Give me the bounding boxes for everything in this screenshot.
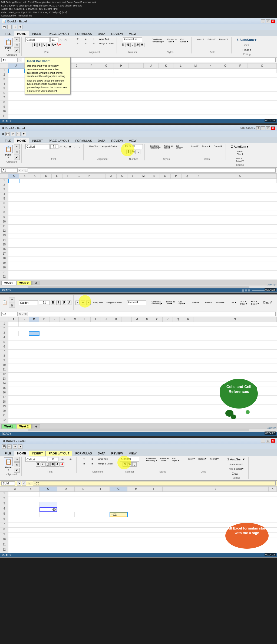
col-O-3[interactable]: O [152, 317, 163, 322]
view-tab-1[interactable]: VIEW [126, 31, 140, 36]
percent-btn-2[interactable]: % [131, 150, 136, 154]
format-painter-btn-2[interactable]: 🖌 [14, 155, 20, 160]
sort-btn-3[interactable]: Sort &Filter▼ [239, 299, 249, 306]
paste-btn-2[interactable]: 📋 Paste▼ [4, 144, 13, 160]
cell-F1-1[interactable] [84, 69, 99, 73]
find-btn-4[interactable]: Find & Select▼ [226, 467, 247, 471]
cond-format-btn-3[interactable]: ConditionalFormatting▼ [150, 300, 164, 305]
col-M-2[interactable]: M [138, 174, 149, 178]
file-tab-1[interactable]: FILE [2, 31, 14, 36]
col-O-2[interactable]: O [160, 174, 171, 178]
delete-btn-3[interactable]: Delete▼ [202, 301, 213, 305]
fill-color-btn-3[interactable]: A [67, 301, 71, 305]
percent-btn-4[interactable]: % [127, 462, 132, 467]
view-tab-2[interactable]: VIEW [126, 138, 140, 143]
format-table-btn-4[interactable]: Format asTable▼ [159, 457, 170, 462]
autosum-btn-4[interactable]: Σ AutoSum▼ [226, 457, 247, 462]
scrollbar-h-2[interactable] [0, 285, 277, 288]
autosum-btn-2[interactable]: Σ AutoSum▼ [230, 144, 250, 149]
format-dropdown-1[interactable]: General ▼ [123, 37, 142, 42]
scroll-thumb-3[interactable] [28, 429, 249, 431]
cell-G1-1[interactable] [99, 69, 114, 73]
col-A-3[interactable]: A [8, 317, 19, 322]
align-bot-btn-1[interactable]: ⊥ [90, 37, 98, 41]
cancel-formula-btn-4[interactable]: ✕ [17, 481, 21, 485]
name-box-2[interactable] [1, 168, 18, 173]
sheet-tab-add-3[interactable]: ⊕ [32, 424, 40, 429]
col-P-3[interactable]: P [163, 317, 173, 322]
cond-format-btn-1[interactable]: ConditionalFormatting▼ [150, 37, 165, 44]
col-S-3[interactable]: S [193, 317, 277, 322]
undo-qa-btn-2[interactable]: ↩ [11, 132, 15, 136]
merge-btn-3[interactable]: Merge & Center [105, 301, 123, 305]
insert-btn-3[interactable]: Insert▼ [191, 301, 201, 305]
insert-tab-1[interactable]: INSERT [29, 31, 46, 36]
data-tab-4[interactable]: DATA [95, 451, 108, 456]
col-N-3[interactable]: N [142, 317, 152, 322]
format-cells-btn-2[interactable]: Format▼ [212, 144, 224, 148]
currency-btn-1[interactable]: $ [121, 43, 125, 47]
bold-btn-1[interactable]: B [32, 43, 37, 47]
cut-btn-2[interactable]: ✂ [14, 144, 20, 149]
font-size-input-1[interactable] [50, 37, 58, 42]
shrink-font-btn-2[interactable]: A↓ [64, 145, 68, 149]
format-painter-btn-1[interactable]: 🖌 [14, 48, 20, 53]
col-K-1[interactable]: K [159, 63, 173, 68]
scroll-thumb-2[interactable] [28, 286, 249, 288]
more-qa-btn[interactable]: ▼ [18, 25, 22, 29]
sheet-tab-week1-2[interactable]: Week1 [1, 281, 16, 285]
col-Q-3[interactable]: Q [173, 317, 183, 322]
cell-C3-3[interactable] [29, 331, 39, 336]
find-btn-3[interactable]: Find &Select▼ [250, 299, 260, 306]
align-mid-btn-4[interactable]: ≡ [88, 457, 96, 461]
italic-btn-1[interactable]: I [37, 43, 42, 47]
percent-btn-1[interactable]: % [126, 43, 130, 47]
pagelayout-tab-2[interactable]: PAGE LAYOUT [46, 138, 72, 143]
close-btn-4[interactable]: ✕ [271, 439, 275, 443]
col-A-4[interactable]: A [8, 487, 22, 491]
cell-A3-3[interactable] [8, 331, 19, 336]
col-H-2[interactable]: H [84, 174, 95, 178]
minimize-btn-2[interactable]: ? [256, 126, 260, 130]
save-qa-btn-2[interactable]: 💾 [5, 132, 10, 136]
merge-center-btn-2[interactable]: Merge & Center [100, 144, 118, 148]
insert-tab-4[interactable]: INSERT [29, 451, 46, 456]
redo-qa-btn-2[interactable]: ↪ [16, 132, 21, 136]
find-select-btn-2[interactable]: Find &Select▼ [230, 157, 250, 163]
copy-btn-2[interactable]: ⎘ [14, 150, 20, 154]
autosum-btn-1[interactable]: Σ AutoSum▼ [235, 37, 259, 43]
undo-qa-btn[interactable]: ↩ [7, 25, 12, 29]
review-tab-2[interactable]: REVIEW [108, 138, 126, 143]
format-table-btn-2[interactable]: Format asTable▼ [163, 144, 174, 150]
col-M-1[interactable]: M [188, 63, 203, 68]
col-B-2[interactable]: B [19, 174, 30, 178]
copy-btn-4[interactable]: ⎘ [14, 462, 20, 467]
underline-btn-4[interactable]: U [45, 462, 50, 467]
col-J-4[interactable]: J [163, 487, 269, 491]
maximize-btn-4[interactable]: □ [266, 439, 270, 443]
delete-cells-btn-2[interactable]: Delete▼ [201, 144, 212, 148]
save-qa-btn-4[interactable]: 💾 [2, 444, 6, 449]
scrollbar-h-3[interactable] [0, 429, 277, 432]
restore-btn-2[interactable]: □ [266, 126, 270, 130]
col-K-2[interactable]: K [117, 174, 127, 178]
col-A-2[interactable]: A [8, 174, 19, 178]
name-box-3[interactable] [1, 312, 18, 316]
col-J-3[interactable]: J [101, 317, 111, 322]
formula-input-4[interactable] [33, 481, 276, 485]
merge-center-btn-4[interactable]: Merge & Center [97, 462, 114, 466]
clear-btn-3[interactable]: Clear # [262, 300, 273, 305]
col-P-1[interactable]: P [233, 63, 248, 68]
align-ctr-3[interactable]: ≡ [81, 301, 85, 305]
col-F-1[interactable]: F [84, 63, 99, 68]
align-top-btn-1[interactable]: ⊤ [74, 37, 81, 41]
bold-btn-4[interactable]: B [36, 462, 40, 467]
merge-center-btn-1[interactable]: Merge & Center [98, 42, 115, 45]
col-K-4[interactable]: K [269, 487, 277, 491]
cell-A1-3[interactable] [8, 322, 19, 326]
col-G-4[interactable]: G [110, 487, 127, 491]
cell-H1-1[interactable] [114, 69, 277, 73]
undo-qa-btn-4[interactable]: ↩ [7, 444, 12, 449]
col-K-3[interactable]: K [111, 317, 121, 322]
minimize-btn-1[interactable]: _ [261, 19, 265, 23]
